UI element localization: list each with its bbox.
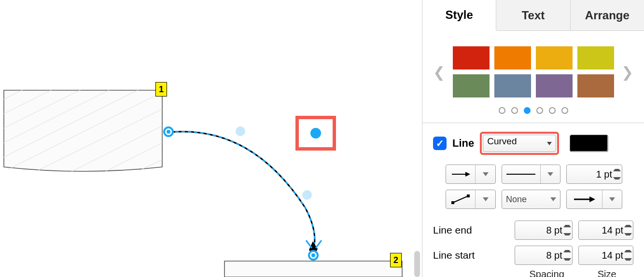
line-diagonal-icon bbox=[446, 190, 475, 208]
line-style-select[interactable]: Curved bbox=[483, 135, 556, 152]
line-start-label: Line start bbox=[433, 249, 509, 261]
format-panel: Style Text Arrange ❮ ❯ ✓ Line Curved bbox=[422, 0, 644, 277]
line-dash-value: None bbox=[506, 194, 527, 205]
tab-style[interactable]: Style bbox=[422, 0, 496, 31]
line-dash-select[interactable]: None bbox=[502, 190, 560, 209]
palette-dot-1[interactable] bbox=[511, 107, 518, 114]
spacing-sublabel: Spacing bbox=[519, 269, 574, 277]
line-start-size-value: 14 pt bbox=[602, 250, 623, 261]
chevron-down-icon[interactable] bbox=[540, 165, 560, 183]
tutorial-highlight-waypoint bbox=[295, 116, 336, 151]
line-color-swatch[interactable] bbox=[570, 135, 608, 152]
shape-label-1: 1 bbox=[155, 82, 167, 97]
line-end-label: Line end bbox=[433, 224, 509, 236]
palette-swatches bbox=[453, 46, 614, 97]
stepper-icon[interactable] bbox=[563, 247, 571, 263]
connector-end-endpoint[interactable] bbox=[308, 250, 319, 261]
chevron-down-icon bbox=[550, 197, 556, 201]
stepper-icon[interactable] bbox=[563, 222, 571, 238]
line-checkbox[interactable]: ✓ bbox=[433, 137, 447, 150]
canvas-shape-1[interactable] bbox=[3, 90, 163, 174]
bezier-handle-2[interactable] bbox=[302, 190, 312, 200]
canvas-shape-2[interactable] bbox=[224, 261, 403, 277]
arrow-right-icon bbox=[567, 190, 602, 208]
svg-line-15 bbox=[453, 196, 468, 203]
swatch-6[interactable] bbox=[536, 74, 573, 97]
stepper-icon[interactable] bbox=[624, 247, 632, 263]
line-pattern-button[interactable] bbox=[502, 165, 560, 184]
palette-dot-0[interactable] bbox=[499, 107, 505, 114]
palette-pagination bbox=[422, 102, 644, 123]
line-end-size-input[interactable]: 14 pt bbox=[578, 221, 633, 240]
connector-start-endpoint[interactable] bbox=[163, 126, 174, 137]
bezier-handle-1[interactable] bbox=[236, 126, 245, 136]
svg-marker-19 bbox=[589, 196, 595, 202]
line-end-spacing-value: 8 pt bbox=[546, 225, 562, 236]
swatch-4[interactable] bbox=[453, 74, 490, 97]
palette-prev-icon[interactable]: ❮ bbox=[432, 64, 447, 81]
palette-dot-3[interactable] bbox=[536, 107, 543, 114]
tab-text[interactable]: Text bbox=[496, 0, 570, 30]
line-start-size-input[interactable]: 14 pt bbox=[578, 246, 633, 265]
palette-next-icon[interactable]: ❯ bbox=[620, 64, 635, 81]
palette-dot-5[interactable] bbox=[561, 107, 568, 114]
arrow-right-icon bbox=[446, 165, 475, 183]
palette-dot-2[interactable] bbox=[524, 107, 531, 114]
line-start-spacing-value: 8 pt bbox=[546, 250, 562, 261]
waypoint-style-button[interactable] bbox=[446, 190, 496, 209]
line-end-size-value: 14 pt bbox=[602, 225, 623, 236]
line-end-arrow-button[interactable] bbox=[566, 190, 622, 209]
tab-arrange[interactable]: Arrange bbox=[571, 0, 644, 30]
swatch-0[interactable] bbox=[453, 46, 490, 69]
chevron-down-icon[interactable] bbox=[475, 165, 495, 183]
shape-label-2: 2 bbox=[390, 253, 402, 267]
stepper-icon[interactable] bbox=[624, 222, 632, 238]
svg-line-10 bbox=[306, 240, 312, 248]
line-start-arrow-button[interactable] bbox=[446, 165, 496, 184]
svg-marker-13 bbox=[465, 172, 470, 177]
line-end-spacing-input[interactable]: 8 pt bbox=[515, 221, 573, 240]
line-section-header: ✓ Line Curved bbox=[422, 123, 644, 162]
palette-dot-4[interactable] bbox=[549, 107, 556, 114]
line-thickness-input[interactable]: 1 pt bbox=[566, 165, 622, 184]
line-start-spacing-input[interactable]: 8 pt bbox=[515, 246, 573, 265]
chevron-down-icon[interactable] bbox=[475, 190, 495, 208]
stepper-icon[interactable] bbox=[613, 166, 621, 182]
svg-rect-16 bbox=[451, 201, 454, 204]
svg-rect-17 bbox=[467, 194, 470, 197]
swatch-2[interactable] bbox=[536, 46, 573, 69]
diagram-canvas[interactable]: 1 2 bbox=[0, 0, 420, 277]
line-solid-icon bbox=[502, 165, 540, 183]
color-palette: ❮ ❯ bbox=[422, 31, 644, 102]
swatch-5[interactable] bbox=[494, 74, 531, 97]
swatch-7[interactable] bbox=[577, 74, 614, 97]
swatch-3[interactable] bbox=[577, 46, 614, 69]
sublabel-row: Spacing Size bbox=[422, 268, 644, 277]
panel-tabs: Style Text Arrange bbox=[422, 0, 644, 31]
tutorial-highlight-curve-select: Curved bbox=[480, 132, 559, 155]
swatch-1[interactable] bbox=[494, 46, 531, 69]
svg-line-11 bbox=[316, 240, 322, 248]
chevron-down-icon[interactable] bbox=[602, 190, 622, 208]
size-sublabel: Size bbox=[580, 269, 633, 277]
line-thickness-value: 1 pt bbox=[596, 169, 612, 180]
vertical-scrollbar[interactable] bbox=[414, 251, 420, 277]
line-label: Line bbox=[452, 137, 474, 150]
